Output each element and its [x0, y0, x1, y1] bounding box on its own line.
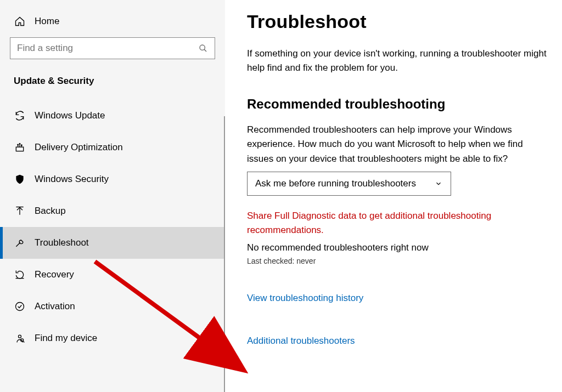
troubleshoot-preference-dropdown[interactable]: Ask me before running troubleshooters	[247, 172, 451, 196]
sidebar-item-label: Delivery Optimization	[35, 142, 123, 153]
last-checked: Last checked: never	[247, 257, 547, 265]
shield-icon	[14, 173, 26, 185]
section-title: Update & Security	[0, 70, 225, 100]
svg-point-10	[19, 335, 21, 338]
sync-icon	[14, 110, 26, 122]
check-circle-icon	[14, 300, 26, 313]
sidebar-item-label: Recovery	[35, 269, 74, 280]
sidebar-item-label: Troubleshoot	[35, 237, 89, 248]
status-text: No recommended troubleshooters right now	[247, 242, 547, 253]
page-title: Troubleshoot	[247, 11, 547, 32]
svg-point-3	[18, 144, 19, 145]
sidebar-item-troubleshoot[interactable]: Troubleshoot	[0, 227, 225, 259]
sidebar-item-label: Backup	[35, 206, 66, 217]
intro-text: If something on your device isn't workin…	[247, 47, 547, 75]
svg-point-9	[16, 303, 24, 311]
settings-sidebar: Home Update & Security Windows Update	[0, 0, 225, 392]
recovery-icon	[14, 269, 26, 281]
svg-line-12	[23, 341, 25, 343]
sidebar-item-label: Activation	[35, 301, 75, 312]
nav-list: Windows Update Delivery Optimization	[0, 100, 225, 354]
main-content: Troubleshoot If something on your device…	[225, 0, 562, 392]
sidebar-item-windows-update[interactable]: Windows Update	[0, 100, 225, 132]
search-input[interactable]	[10, 37, 215, 59]
recommended-heading: Recommended troubleshooting	[247, 96, 547, 112]
home-label: Home	[35, 16, 59, 27]
view-history-link[interactable]: View troubleshooting history	[247, 293, 547, 304]
chevron-down-icon	[434, 179, 443, 188]
sidebar-item-recovery[interactable]: Recovery	[0, 259, 225, 291]
diagnostic-warning: Share Full Diagnostic data to get additi…	[247, 209, 547, 237]
sidebar-item-find-device[interactable]: Find my device	[0, 322, 225, 354]
sidebar-item-label: Find my device	[35, 333, 97, 344]
find-device-icon	[14, 332, 26, 344]
search-field[interactable]	[17, 43, 198, 54]
sidebar-item-backup[interactable]: Backup	[0, 195, 225, 227]
additional-troubleshooters-link[interactable]: Additional troubleshooters	[247, 336, 547, 346]
sidebar-item-security[interactable]: Windows Security	[0, 163, 225, 195]
search-icon	[198, 43, 208, 53]
svg-point-4	[19, 144, 20, 145]
sidebar-item-delivery[interactable]: Delivery Optimization	[0, 132, 225, 163]
sidebar-item-activation[interactable]: Activation	[0, 291, 225, 322]
svg-rect-2	[16, 147, 23, 151]
home-nav[interactable]: Home	[0, 11, 225, 37]
svg-line-1	[204, 49, 206, 52]
delivery-icon	[14, 141, 26, 154]
backup-icon	[14, 205, 26, 217]
home-icon	[14, 15, 26, 27]
svg-point-5	[21, 145, 23, 146]
wrench-icon	[14, 237, 26, 249]
sidebar-item-label: Windows Update	[35, 110, 105, 121]
dropdown-value: Ask me before running troubleshooters	[255, 178, 434, 189]
sidebar-item-label: Windows Security	[35, 174, 109, 185]
svg-point-0	[200, 45, 205, 50]
recommended-paragraph: Recommended troubleshooters can help imp…	[247, 123, 547, 166]
